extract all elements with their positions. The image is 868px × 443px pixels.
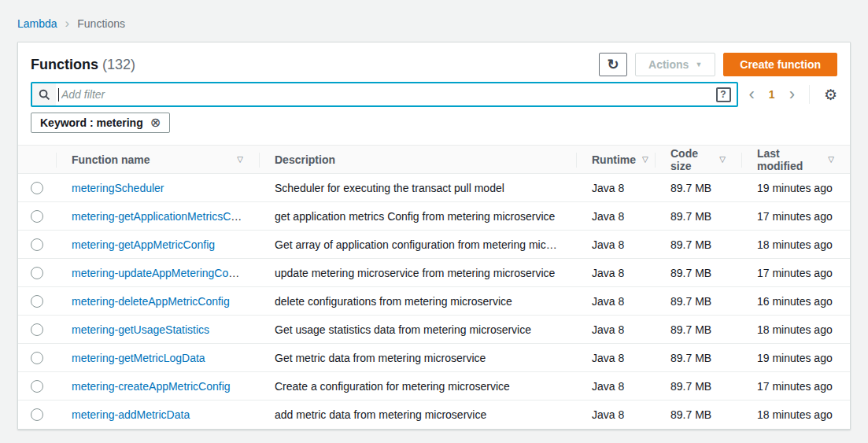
- sort-icon[interactable]: ▽: [237, 155, 243, 164]
- row-select-radio[interactable]: [31, 352, 43, 364]
- function-description: get application metrics Config from mete…: [259, 210, 576, 223]
- column-label: Code size: [670, 147, 713, 172]
- function-description: delete configurations from metering micr…: [259, 295, 576, 308]
- row-select-radio[interactable]: [31, 267, 43, 279]
- functions-table: Function name ▽ Description Runtime ▽ Co…: [18, 145, 850, 429]
- actions-dropdown-button[interactable]: Actions ▼: [635, 53, 715, 76]
- function-name-link[interactable]: metering-updateAppMeteringConfig: [72, 267, 246, 279]
- select-column-header: [18, 146, 56, 173]
- refresh-icon: ↻: [608, 56, 619, 73]
- function-name-link[interactable]: metering-getUsageStatistics: [72, 323, 209, 336]
- sort-icon[interactable]: ▽: [642, 155, 648, 164]
- remove-filter-icon[interactable]: ⊗: [150, 117, 161, 128]
- function-last-modified: 18 minutes ago: [741, 323, 850, 336]
- function-code-size: 89.7 MB: [655, 408, 741, 421]
- filter-chip-label: Keyword : metering: [40, 116, 143, 129]
- column-header-last-modified[interactable]: Last modified ▽: [741, 146, 850, 173]
- function-description: update metering microservice from meteri…: [259, 267, 576, 279]
- row-select-radio[interactable]: [31, 408, 43, 421]
- next-page-icon[interactable]: ›: [789, 87, 795, 102]
- function-code-size: 89.7 MB: [655, 295, 741, 308]
- functions-count: (132): [102, 57, 135, 72]
- column-header-code-size[interactable]: Code size ▽: [655, 146, 741, 173]
- function-description: Get metric data from metering microservi…: [259, 352, 576, 364]
- function-description: Get array of application configuration f…: [259, 238, 576, 251]
- function-last-modified: 16 minutes ago: [741, 295, 850, 308]
- table-header-row: Function name ▽ Description Runtime ▽ Co…: [18, 145, 850, 174]
- row-select-radio[interactable]: [31, 323, 43, 336]
- breadcrumb: Lambda › Functions: [0, 0, 868, 42]
- row-select-radio[interactable]: [31, 295, 43, 308]
- column-header-function-name[interactable]: Function name ▽: [56, 146, 259, 173]
- function-code-size: 89.7 MB: [655, 182, 741, 194]
- function-runtime: Java 8: [576, 295, 655, 308]
- function-runtime: Java 8: [576, 267, 655, 279]
- function-name-link[interactable]: metering-addMetricData: [72, 408, 190, 421]
- search-icon: [32, 83, 56, 105]
- function-code-size: 89.7 MB: [655, 380, 741, 393]
- column-label: Runtime: [592, 153, 636, 166]
- function-name-link[interactable]: metering-deleteAppMetricConfig: [72, 295, 230, 308]
- function-last-modified: 19 minutes ago: [741, 182, 850, 194]
- function-runtime: Java 8: [576, 380, 655, 393]
- table-row: metering-addMetricData add metric data f…: [18, 401, 850, 429]
- row-select-radio[interactable]: [31, 380, 43, 393]
- table-row: metering-getMetricLogData Get metric dat…: [18, 344, 850, 372]
- actions-label: Actions: [648, 58, 689, 71]
- function-last-modified: 17 minutes ago: [741, 210, 850, 223]
- function-runtime: Java 8: [576, 210, 655, 223]
- help-icon[interactable]: ?: [716, 87, 731, 102]
- breadcrumb-lambda-link[interactable]: Lambda: [17, 17, 57, 30]
- gear-icon[interactable]: ⚙: [824, 87, 837, 102]
- function-runtime: Java 8: [576, 323, 655, 336]
- function-code-size: 89.7 MB: [655, 267, 741, 279]
- divider: [809, 85, 810, 104]
- filter-search-box[interactable]: ?: [31, 82, 738, 107]
- function-last-modified: 17 minutes ago: [741, 267, 850, 279]
- column-header-description: Description: [259, 146, 576, 173]
- table-row: metering-deleteAppMetricConfig delete co…: [18, 287, 850, 316]
- sort-icon[interactable]: ▽: [828, 155, 834, 164]
- function-runtime: Java 8: [576, 352, 655, 364]
- function-name-link[interactable]: metering-getAppMetricConfig: [72, 238, 215, 251]
- function-runtime: Java 8: [576, 182, 655, 194]
- current-page-number[interactable]: 1: [769, 88, 775, 101]
- function-name-link[interactable]: meteringScheduler: [72, 182, 164, 194]
- function-description: Create a configuration for metering micr…: [259, 380, 576, 393]
- function-name-link[interactable]: metering-createAppMetricConfig: [72, 380, 231, 393]
- breadcrumb-current: Functions: [77, 17, 125, 30]
- sort-icon[interactable]: ▽: [719, 155, 726, 164]
- functions-panel: Functions(132) ↻ Actions ▼ Create functi…: [17, 42, 851, 430]
- function-last-modified: 18 minutes ago: [741, 408, 850, 421]
- function-description: add metric data from metering microservi…: [259, 408, 576, 421]
- row-select-radio[interactable]: [31, 182, 43, 194]
- function-description: Scheduler for executing the transact pul…: [259, 182, 576, 194]
- previous-page-icon[interactable]: ‹: [749, 87, 755, 102]
- breadcrumb-chevron-icon: ›: [65, 18, 70, 29]
- column-header-runtime[interactable]: Runtime ▽: [576, 146, 655, 173]
- column-label: Description: [275, 153, 335, 166]
- function-last-modified: 19 minutes ago: [741, 352, 850, 364]
- function-code-size: 89.7 MB: [655, 323, 741, 336]
- page-title-text: Functions: [31, 57, 98, 72]
- function-last-modified: 18 minutes ago: [741, 238, 850, 251]
- table-row: metering-getUsageStatistics Get usage st…: [18, 316, 850, 344]
- create-function-button[interactable]: Create function: [723, 53, 837, 76]
- filter-chip-keyword-metering: Keyword : metering ⊗: [31, 113, 170, 133]
- function-name-link[interactable]: metering-getMetricLogData: [72, 352, 205, 364]
- function-last-modified: 17 minutes ago: [741, 380, 850, 393]
- column-label: Last modified: [757, 147, 822, 172]
- row-select-radio[interactable]: [31, 210, 43, 223]
- row-select-radio[interactable]: [31, 238, 43, 251]
- function-code-size: 89.7 MB: [655, 238, 741, 251]
- table-row: metering-createAppMetricConfig Create a …: [18, 372, 850, 401]
- table-row: metering-getAppMetricConfig Get array of…: [18, 231, 850, 259]
- pagination: ‹ 1 › ⚙: [749, 85, 838, 104]
- chevron-down-icon: ▼: [695, 61, 702, 68]
- table-row: metering-getApplicationMetricsConfig get…: [18, 202, 850, 231]
- function-name-link[interactable]: metering-getApplicationMetricsConfig: [72, 210, 255, 223]
- table-row: metering-updateAppMeteringConfig update …: [18, 259, 850, 287]
- refresh-button[interactable]: ↻: [599, 53, 627, 76]
- column-label: Function name: [72, 153, 150, 166]
- filter-input[interactable]: [59, 88, 716, 101]
